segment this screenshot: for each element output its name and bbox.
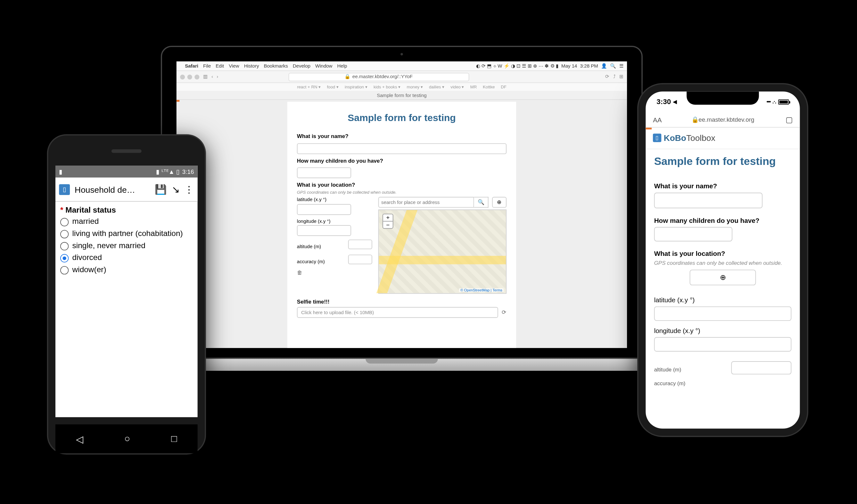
- kobo-brand-header: ▯ KoBoToolbox: [645, 129, 800, 149]
- favorite-item[interactable]: DF: [501, 85, 506, 89]
- menu-develop[interactable]: Develop: [293, 63, 310, 69]
- browser-tab[interactable]: Sample form for testing: [177, 91, 627, 100]
- bookmark-icon[interactable]: ▢: [786, 115, 793, 124]
- radio-option[interactable]: single, never married: [60, 240, 193, 252]
- url-bar[interactable]: 🔒 ee.master.kbtdev.org/::YYoF: [288, 73, 469, 81]
- radio-button-icon[interactable]: [60, 242, 69, 250]
- map-search-input[interactable]: [379, 197, 474, 208]
- menu-help[interactable]: Help: [337, 63, 347, 69]
- save-icon[interactable]: 💾: [155, 184, 167, 195]
- form-title: Sample form for testing: [297, 113, 506, 124]
- notifications-icon[interactable]: ☰: [619, 63, 623, 69]
- favorite-item[interactable]: kids + books ▾: [373, 85, 401, 89]
- zoom-in-button[interactable]: +: [383, 214, 393, 222]
- trash-icon[interactable]: 🗑: [297, 270, 372, 276]
- spotlight-icon[interactable]: 👤: [601, 63, 607, 69]
- radio-button-icon[interactable]: [60, 218, 69, 226]
- refresh-upload-icon[interactable]: ⟳: [502, 309, 506, 315]
- menu-app-name[interactable]: Safari: [185, 63, 198, 69]
- safari-mobile-toolbar: AA 🔒 ee.master.kbtdev.org ▢: [645, 112, 800, 128]
- favorite-item[interactable]: dailies ▾: [429, 85, 444, 89]
- question-children-label: How many children do you have?: [297, 158, 506, 163]
- sdcard-icon: ▮: [59, 168, 63, 175]
- accuracy-label: accuracy (m): [297, 258, 325, 264]
- safari-toolbar: ▥ ‹ › 🔒 ee.master.kbtdev.org/::YYoF ⟳ ⤴ …: [177, 71, 627, 83]
- accuracy-label: accuracy (m): [654, 380, 686, 386]
- menu-view[interactable]: View: [229, 63, 239, 69]
- latitude-input[interactable]: [297, 204, 351, 214]
- menu-bookmarks[interactable]: Bookmarks: [264, 63, 288, 69]
- favorite-item[interactable]: react + RN ▾: [297, 85, 321, 89]
- wifi-icon: ⸫: [773, 98, 776, 105]
- radio-option[interactable]: widow(er): [60, 263, 193, 276]
- latitude-input[interactable]: [654, 307, 792, 321]
- altitude-label: altitude (m): [297, 243, 321, 249]
- favorite-item[interactable]: inspiration ▾: [345, 85, 368, 89]
- question-children-label: How many children do you have?: [654, 217, 792, 224]
- lock-icon: 🔒: [345, 74, 351, 80]
- tabs-icon[interactable]: ⊞: [619, 74, 623, 80]
- gps-locate-button[interactable]: ⊕: [690, 270, 756, 285]
- map-attribution[interactable]: © OpenStreetMap | Terms: [459, 289, 503, 292]
- cell-signal-icon: •••: [766, 99, 770, 105]
- favorite-item[interactable]: Kottke: [483, 85, 495, 89]
- radio-button-icon[interactable]: [60, 266, 69, 274]
- menu-file[interactable]: File: [203, 63, 211, 69]
- laptop-screen: Safari File Edit View History Bookmarks …: [177, 62, 627, 348]
- favorite-item[interactable]: MR: [470, 85, 477, 89]
- reader-aa-icon[interactable]: AA: [653, 116, 662, 123]
- menubar-date: May 14: [561, 63, 577, 69]
- kobo-logo-icon: ▯: [59, 184, 70, 195]
- altitude-input[interactable]: [731, 361, 791, 374]
- sidebar-toggle-icon[interactable]: ▥: [203, 74, 208, 80]
- favorite-item[interactable]: food ▾: [327, 85, 339, 89]
- radio-button-icon[interactable]: [60, 254, 69, 262]
- radio-option[interactable]: living with partner (cohabitation): [60, 228, 193, 240]
- location-hint: GPS coordinates can only be collected wh…: [297, 190, 506, 194]
- search-icon[interactable]: 🔍: [610, 63, 616, 69]
- file-upload-input[interactable]: Click here to upload file. (< 10MB): [297, 307, 498, 318]
- jump-icon[interactable]: ↘: [172, 184, 180, 195]
- brand-toolbox: Toolbox: [686, 133, 716, 142]
- reload-icon[interactable]: ⟳: [605, 74, 609, 80]
- longitude-input[interactable]: [654, 337, 792, 352]
- favorite-item[interactable]: money ▾: [407, 85, 423, 89]
- recents-button[interactable]: □: [171, 434, 177, 445]
- zoom-out-button[interactable]: −: [383, 222, 393, 228]
- menu-window[interactable]: Window: [315, 63, 332, 69]
- children-input[interactable]: [654, 227, 733, 241]
- menu-edit[interactable]: Edit: [216, 63, 224, 69]
- radio-button-icon[interactable]: [60, 230, 69, 238]
- back-button[interactable]: ◁: [76, 433, 83, 445]
- name-input[interactable]: [297, 143, 506, 154]
- window-controls[interactable]: [180, 74, 199, 79]
- favorite-item[interactable]: video ▾: [451, 85, 464, 89]
- children-stepper[interactable]: [297, 168, 351, 178]
- radio-label: single, never married: [72, 241, 146, 250]
- radio-label: married: [72, 217, 99, 226]
- radio-option[interactable]: divorced: [60, 252, 193, 264]
- longitude-label: longitude (x.y °): [297, 219, 372, 224]
- name-input[interactable]: [654, 193, 762, 208]
- gps-locate-button[interactable]: ⊕: [492, 197, 506, 208]
- back-button-icon[interactable]: ‹: [212, 74, 213, 80]
- favorites-bar: react + RN ▾ food ▾ inspiration ▾ kids +…: [177, 83, 627, 91]
- latitude-label: latitude (x.y °): [297, 197, 372, 202]
- map-search-button[interactable]: 🔍: [474, 197, 489, 208]
- forward-button-icon[interactable]: ›: [217, 74, 218, 80]
- overflow-menu-icon[interactable]: ⋮: [184, 184, 194, 195]
- home-button[interactable]: ○: [124, 434, 130, 445]
- menubar-time: 3:28 PM: [580, 63, 598, 69]
- menu-history[interactable]: History: [244, 63, 259, 69]
- status-time: 3:16: [182, 168, 194, 175]
- url-text[interactable]: ee.master.kbtdev.org: [699, 116, 754, 123]
- form-title: Sample form for testing: [654, 155, 792, 168]
- longitude-input[interactable]: [297, 225, 351, 236]
- share-icon[interactable]: ⤴: [613, 74, 616, 80]
- brand-kobo: KoBo: [664, 133, 686, 142]
- altitude-input[interactable]: [348, 240, 372, 249]
- accuracy-input[interactable]: [348, 255, 372, 264]
- map-widget[interactable]: + − © OpenStreetMap | Terms: [379, 209, 506, 294]
- altitude-label: altitude (m): [654, 367, 682, 373]
- radio-option[interactable]: married: [60, 215, 193, 228]
